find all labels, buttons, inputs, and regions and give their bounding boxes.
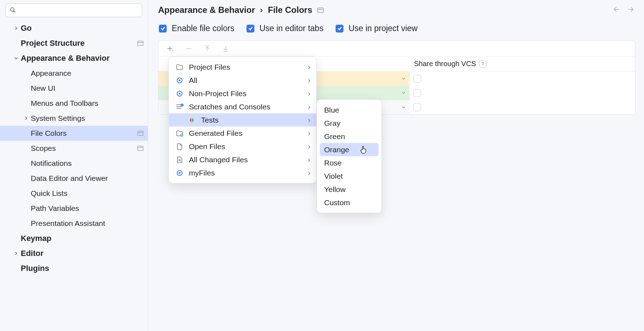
settings-sidebar: GoProject StructureAppearance & Behavior… (0, 0, 148, 331)
chevron-right-icon (307, 142, 311, 151)
project-settings-icon (136, 131, 143, 136)
scope-icon (175, 76, 184, 84)
sidebar-item-label: File Colors (31, 129, 136, 138)
sidebar-item[interactable]: Data Editor and Viewer (0, 171, 148, 186)
folder-icon (175, 63, 184, 71)
scratches-icon (175, 103, 184, 111)
share-checkbox[interactable] (413, 89, 421, 97)
color-menu-item[interactable]: Green (317, 130, 381, 143)
tests-icon (187, 116, 196, 124)
chevron-down-icon[interactable] (11, 56, 21, 60)
file-colors-table: Share through VCS ? Project FilesAllNon-… (158, 40, 635, 115)
breadcrumb-page: File Colors (268, 5, 312, 15)
file-icon (175, 143, 184, 150)
sidebar-item-label: Notifications (31, 159, 136, 168)
sidebar-item[interactable]: Path Variables (0, 201, 148, 216)
chevron-down-icon[interactable] (401, 89, 406, 97)
sidebar-item[interactable]: Plugins (0, 261, 148, 276)
sidebar-item[interactable]: Appearance (0, 66, 148, 81)
svg-rect-2 (138, 41, 143, 45)
gen-icon (175, 129, 184, 137)
color-menu-item[interactable]: Rose (317, 156, 381, 169)
chevron-down-icon[interactable] (401, 75, 406, 83)
sidebar-item-label: System Settings (31, 114, 136, 123)
breadcrumb: Appearance & Behavior › File Colors (158, 5, 324, 15)
chevron-right-icon (307, 116, 311, 124)
color-menu-item[interactable]: Custom (317, 196, 381, 209)
sidebar-item[interactable]: Editor (0, 246, 148, 261)
color-menu-item[interactable]: Blue (317, 103, 381, 117)
color-menu-item[interactable]: Violet (317, 169, 381, 183)
sidebar-item[interactable]: Keymap (0, 231, 148, 246)
menu-item-label: Generated Files (189, 129, 302, 138)
sidebar-item[interactable]: Project Structure (0, 36, 148, 51)
remove-button[interactable] (184, 44, 194, 54)
settings-content: Appearance & Behavior › File Colors Enab… (148, 0, 644, 331)
scope-menu-item[interactable]: Generated Files (169, 127, 316, 140)
sidebar-item[interactable]: Go (0, 21, 148, 36)
move-down-button[interactable] (221, 44, 231, 54)
scope-menu-item[interactable]: Open Files (169, 140, 316, 153)
sidebar-item[interactable]: Notifications (0, 156, 148, 171)
sidebar-item-label: Quick Lists (31, 189, 136, 198)
header-nav (612, 5, 635, 15)
sidebar-item-label: Presentation Assistant (31, 219, 136, 228)
sidebar-item[interactable]: File Colors (0, 126, 148, 141)
settings-search (6, 4, 142, 17)
sidebar-item[interactable]: Menus and Toolbars (0, 96, 148, 111)
sidebar-item[interactable]: Scopes (0, 141, 148, 156)
scope-menu-item[interactable]: Scratches and Consoles (169, 100, 316, 113)
svg-rect-4 (138, 131, 143, 135)
sidebar-item-label: Plugins (21, 264, 136, 273)
scope-menu-item[interactable]: Non-Project Files (169, 87, 316, 100)
chevron-right-icon (307, 169, 311, 177)
search-input[interactable] (6, 4, 142, 17)
color-menu-item[interactable]: Orange (320, 143, 379, 156)
use-in-project-view-checkbox[interactable]: Use in project view (336, 24, 418, 33)
sidebar-item-label: Editor (21, 249, 136, 258)
scope-menu-item[interactable]: Tests (169, 113, 316, 127)
sidebar-item[interactable]: Presentation Assistant (0, 216, 148, 231)
share-checkbox[interactable] (413, 75, 421, 83)
add-button[interactable] (165, 44, 175, 54)
sidebar-item-label: Menus and Toolbars (31, 99, 136, 108)
forward-button[interactable] (628, 5, 635, 15)
sidebar-item[interactable]: Appearance & Behavior (0, 51, 148, 66)
sidebar-item[interactable]: Quick Lists (0, 186, 148, 201)
menu-item-label: Tests (201, 116, 302, 124)
chevron-right-icon[interactable] (11, 26, 21, 30)
breadcrumb-separator-icon: › (260, 5, 263, 15)
back-button[interactable] (612, 5, 620, 15)
sidebar-item-label: Path Variables (31, 204, 136, 213)
chevron-right-icon[interactable] (11, 251, 21, 256)
scope-menu-item[interactable]: myFiles (169, 166, 316, 179)
scope-icon (175, 169, 184, 177)
svg-point-31 (179, 172, 181, 174)
sidebar-item[interactable]: New UI (0, 81, 148, 96)
scope-menu-item[interactable]: All (169, 74, 316, 87)
chevron-right-icon (307, 103, 311, 111)
use-in-editor-tabs-checkbox[interactable]: Use in editor tabs (247, 24, 323, 33)
move-up-button[interactable] (202, 44, 212, 54)
color-menu-item[interactable]: Gray (317, 117, 381, 130)
sidebar-item-label: Keymap (21, 234, 136, 243)
chevron-right-icon[interactable] (21, 116, 31, 120)
sidebar-item-label: Data Editor and Viewer (31, 174, 136, 183)
settings-tree: GoProject StructureAppearance & Behavior… (0, 21, 148, 331)
share-checkbox[interactable] (413, 103, 421, 111)
breadcrumb-group: Appearance & Behavior (158, 5, 255, 15)
sidebar-item-label: Project Structure (21, 39, 136, 48)
checkbox-label: Enable file colors (172, 24, 234, 33)
project-settings-icon (136, 41, 143, 46)
sidebar-item[interactable]: System Settings (0, 111, 148, 126)
help-icon[interactable]: ? (479, 60, 487, 68)
scope-menu-item[interactable]: All Changed Files (169, 153, 316, 166)
chevron-down-icon[interactable] (401, 103, 406, 112)
color-menu-item[interactable]: Yellow (317, 183, 381, 196)
color-popup: BlueGrayGreenOrangeRoseVioletYellowCusto… (317, 99, 382, 213)
scope-menu-item[interactable]: Project Files (169, 60, 316, 74)
menu-item-label: All (189, 76, 302, 85)
checkbox-row: Enable file colors Use in editor tabs Us… (148, 18, 644, 40)
enable-file-colors-checkbox[interactable]: Enable file colors (159, 24, 234, 33)
menu-item-label: All Changed Files (189, 155, 302, 164)
